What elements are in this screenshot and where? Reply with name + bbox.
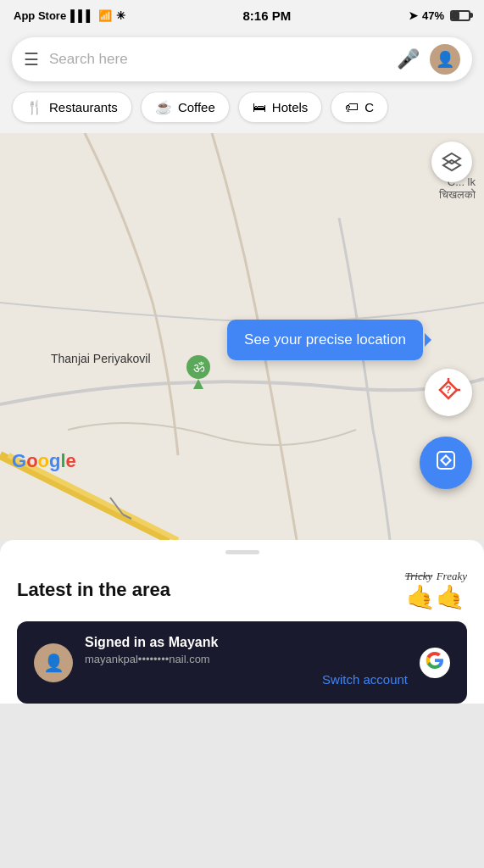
om-marker[interactable]: ॐ [185, 355, 212, 394]
status-bar: App Store ▌▌▌ 📶 ✳ 8:16 PM ➤ 47% [0, 0, 484, 31]
restaurants-icon: 🍴 [26, 99, 43, 115]
freaky-text: Freaky [437, 570, 467, 582]
tag-icon: 🏷 [345, 100, 359, 115]
svg-marker-9 [193, 379, 203, 389]
settings-icon: ✳ [116, 9, 125, 22]
switch-account-row: Switch account [85, 665, 408, 690]
user-avatar[interactable]: 👤 [430, 44, 460, 75]
svg-text:?: ? [445, 384, 451, 396]
coffee-icon: ☕ [155, 99, 172, 115]
category-chips-row: 🍴 Restaurants ☕ Coffee 🛏 Hotels 🏷 C [0, 92, 484, 133]
map-area[interactable]: C... lk चिखलको Thanjai Periyakovil ॐ See… [0, 133, 484, 540]
mic-icon[interactable]: 🎤 [397, 48, 420, 70]
chip-hotels-label: Hotels [272, 100, 309, 114]
hand-emoji: 🤙🤙 [406, 583, 465, 611]
switch-account-button[interactable]: Switch account [322, 672, 408, 687]
chip-hotels[interactable]: 🛏 Hotels [238, 92, 323, 123]
status-right: ➤ 47% [409, 9, 470, 22]
battery-icon [450, 10, 470, 21]
navigation-fab[interactable] [420, 437, 472, 489]
signed-in-info: Signed in as Mayank mayankpal••••••••nai… [85, 635, 408, 690]
precise-location-button[interactable]: ? [425, 369, 472, 416]
location-arrow-icon: ➤ [409, 9, 418, 22]
svg-marker-6 [443, 160, 460, 170]
precise-location-tooltip: See your precise location [227, 320, 423, 360]
sheet-handle [225, 550, 259, 554]
hamburger-menu-icon[interactable]: ☰ [24, 49, 39, 70]
signed-in-name: Signed in as Mayank [85, 635, 408, 650]
chip-restaurants[interactable]: 🍴 Restaurants [12, 92, 132, 123]
hotels-icon: 🛏 [253, 100, 266, 115]
google-o2: o [38, 450, 49, 471]
search-placeholder[interactable]: Search here [49, 51, 387, 68]
tricky-text: Tricky [405, 570, 433, 582]
signal-icon: ▌▌▌ [70, 9, 94, 22]
svg-text:ॐ: ॐ [193, 360, 205, 375]
time-display: 8:16 PM [243, 8, 292, 23]
google-g2: g [49, 450, 60, 471]
search-bar[interactable]: ☰ Search here 🎤 👤 [12, 37, 472, 81]
battery-percent: 47% [422, 9, 444, 22]
chip-coffee[interactable]: ☕ Coffee [141, 92, 230, 123]
google-g: G [12, 450, 26, 471]
google-e: e [66, 450, 76, 471]
navigate-icon [433, 448, 459, 479]
google-logo [420, 648, 450, 678]
latest-area-title: Latest in the area [17, 579, 170, 601]
chip-restaurants-label: Restaurants [49, 100, 118, 114]
carrier-text: App Store [14, 9, 66, 22]
place-name-label: Thanjai Periyakovil [51, 352, 151, 365]
search-bar-container: ☰ Search here 🎤 👤 [0, 31, 484, 92]
latest-area-header: Latest in the area Tricky Freaky 🤙🤙 [17, 568, 467, 611]
map-label-line2: चिखलको [439, 188, 476, 202]
chip-more-label: C [364, 100, 374, 114]
chip-coffee-label: Coffee [178, 100, 215, 114]
svg-marker-5 [443, 153, 460, 164]
location-question-icon: ? [437, 378, 460, 407]
temple-pin-icon: ॐ [185, 355, 212, 389]
chip-more[interactable]: 🏷 C [331, 92, 388, 123]
wifi-icon: 📶 [98, 9, 112, 22]
layer-button[interactable] [431, 142, 472, 182]
tricky-freaky-logo: Tricky Freaky 🤙🤙 [405, 568, 467, 611]
signed-in-card: 👤 Signed in as Mayank mayankpal••••••••n… [17, 621, 467, 704]
google-g-icon [426, 651, 444, 670]
signed-in-avatar: 👤 [34, 643, 73, 682]
google-watermark: Google [12, 450, 76, 472]
signed-in-email: mayankpal••••••••nail.com [85, 653, 408, 665]
status-left: App Store ▌▌▌ 📶 ✳ [14, 9, 125, 22]
bottom-sheet: Latest in the area Tricky Freaky 🤙🤙 👤 Si… [0, 540, 484, 704]
google-o1: o [26, 450, 37, 471]
layers-icon [441, 151, 463, 173]
